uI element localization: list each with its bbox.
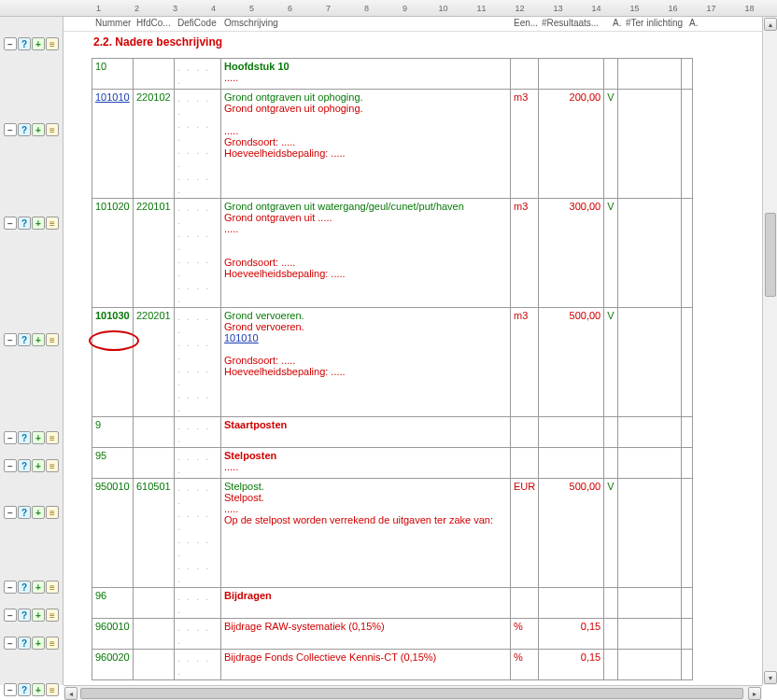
cell-hfdcode[interactable] xyxy=(134,59,175,90)
cell-resultaat[interactable] xyxy=(539,59,604,90)
cell-omschrijving[interactable]: Bijdrage Fonds Collectieve Kennis-CT (0,… xyxy=(221,650,511,680)
plus-icon[interactable] xyxy=(32,217,45,230)
cell-terinlichting[interactable] xyxy=(617,479,681,588)
cell-a2[interactable] xyxy=(681,588,692,619)
cell-nummer[interactable]: 960020 xyxy=(92,650,134,680)
cell-a2[interactable] xyxy=(681,308,692,417)
cell-nummer[interactable]: 950010 xyxy=(92,479,134,588)
cell-a2[interactable] xyxy=(681,199,692,308)
note-icon[interactable] xyxy=(46,581,59,594)
table-row[interactable]: 101020220101. . . . .. . . . .. . . . ..… xyxy=(92,199,693,308)
q-icon[interactable] xyxy=(18,609,31,622)
cell-resultaat[interactable] xyxy=(539,448,604,479)
plus-icon[interactable] xyxy=(32,683,45,696)
cell-resultaat[interactable]: 200,00 xyxy=(539,90,604,199)
cell-eenheid[interactable] xyxy=(511,59,539,90)
minus-icon[interactable] xyxy=(4,581,17,594)
cell-a1[interactable]: V xyxy=(604,90,617,199)
cell-omschrijving[interactable]: Bijdrage RAW-systematiek (0,15%) xyxy=(221,619,511,650)
cell-deficode[interactable]: . . . . . xyxy=(175,619,221,650)
cell-deficode[interactable]: . . . . .. . . . .. . . . .. . . . . xyxy=(175,90,221,199)
note-icon[interactable] xyxy=(46,637,59,650)
cell-resultaat[interactable]: 0,15 xyxy=(539,650,604,680)
cell-resultaat[interactable]: 0,15 xyxy=(539,619,604,650)
table-row[interactable]: 960010. . . . .Bijdrage RAW-systematiek … xyxy=(92,619,693,650)
cell-a2[interactable] xyxy=(681,479,692,588)
note-icon[interactable] xyxy=(46,506,59,519)
cell-terinlichting[interactable] xyxy=(617,448,681,479)
cell-nummer[interactable]: 101030 xyxy=(92,308,134,417)
minus-icon[interactable] xyxy=(4,683,17,696)
q-icon[interactable] xyxy=(18,217,31,230)
cell-nummer[interactable]: 101020 xyxy=(92,199,134,308)
minus-icon[interactable] xyxy=(4,609,17,622)
cell-a1[interactable] xyxy=(604,650,617,680)
cell-resultaat[interactable] xyxy=(539,417,604,448)
horizontal-scroll-thumb[interactable] xyxy=(80,688,743,699)
cell-eenheid[interactable]: % xyxy=(511,650,539,680)
cell-terinlichting[interactable] xyxy=(617,59,681,90)
cell-deficode[interactable]: . . . . . xyxy=(175,650,221,680)
note-icon[interactable] xyxy=(46,37,59,50)
plus-icon[interactable] xyxy=(32,581,45,594)
cell-terinlichting[interactable] xyxy=(617,90,681,199)
cell-deficode[interactable]: . . . . . xyxy=(175,448,221,479)
col-nummer[interactable]: Nummer xyxy=(93,17,134,31)
cell-hfdcode[interactable] xyxy=(134,448,175,479)
col-eenheid[interactable]: Een... xyxy=(512,17,540,31)
minus-icon[interactable] xyxy=(4,217,17,230)
minus-icon[interactable] xyxy=(4,506,17,519)
cell-eenheid[interactable] xyxy=(511,417,539,448)
cell-eenheid[interactable]: % xyxy=(511,619,539,650)
cell-omschrijving[interactable]: Bijdragen xyxy=(221,588,511,619)
q-icon[interactable] xyxy=(18,683,31,696)
cell-hfdcode[interactable]: 220101 xyxy=(134,199,175,308)
cell-a1[interactable] xyxy=(604,619,617,650)
cell-nummer[interactable]: 9 xyxy=(92,417,134,448)
cell-hfdcode[interactable] xyxy=(134,619,175,650)
cell-deficode[interactable]: . . . . . xyxy=(175,417,221,448)
cell-deficode[interactable]: . . . . .. . . . .. . . . .. . . . . xyxy=(175,199,221,308)
minus-icon[interactable] xyxy=(4,431,17,444)
cell-omschrijving[interactable]: Staartposten xyxy=(221,417,511,448)
cell-eenheid[interactable] xyxy=(511,588,539,619)
cell-resultaat[interactable]: 300,00 xyxy=(539,199,604,308)
cell-a2[interactable] xyxy=(681,619,692,650)
scroll-right-button[interactable]: ▸ xyxy=(748,687,761,700)
col-resultaat[interactable]: #Resultaats... xyxy=(540,17,611,31)
cell-a2[interactable] xyxy=(681,90,692,199)
q-icon[interactable] xyxy=(18,581,31,594)
table-row[interactable]: 9. . . . .Staartposten xyxy=(92,417,693,448)
scroll-left-button[interactable]: ◂ xyxy=(64,687,78,700)
cell-hfdcode[interactable]: 220201 xyxy=(134,308,175,417)
plus-icon[interactable] xyxy=(32,431,45,444)
cell-a1[interactable] xyxy=(604,417,617,448)
cell-resultaat[interactable] xyxy=(539,588,604,619)
cell-terinlichting[interactable] xyxy=(617,650,681,680)
cell-a1[interactable] xyxy=(604,59,617,90)
cell-deficode[interactable]: . . . . . xyxy=(175,59,221,90)
note-icon[interactable] xyxy=(46,683,59,696)
cell-a1[interactable]: V xyxy=(604,308,617,417)
cell-deficode[interactable]: . . . . . xyxy=(175,588,221,619)
cell-omschrijving[interactable]: Grond vervoeren.Grond vervoeren.101010 G… xyxy=(221,308,511,417)
cell-nummer[interactable]: 960010 xyxy=(92,619,134,650)
vertical-scrollbar[interactable]: ▴ ▾ xyxy=(762,17,777,685)
table-row[interactable]: 96. . . . .Bijdragen xyxy=(92,588,693,619)
plus-icon[interactable] xyxy=(32,123,45,136)
cell-hfdcode[interactable]: 220102 xyxy=(134,90,175,199)
note-icon[interactable] xyxy=(46,459,59,472)
cell-hfdcode[interactable]: 610501 xyxy=(134,479,175,588)
cell-a2[interactable] xyxy=(681,448,692,479)
q-icon[interactable] xyxy=(18,333,31,346)
col-terinlichting[interactable]: #Ter inlichting xyxy=(624,17,687,31)
cell-omschrijving[interactable]: Hoofdstuk 10..... xyxy=(221,59,511,90)
col-deficode[interactable]: DefiCode xyxy=(176,17,222,31)
cell-omschrijving[interactable]: Grond ontgraven uit watergang/geul/cunet… xyxy=(221,199,511,308)
cell-a1[interactable]: V xyxy=(604,199,617,308)
minus-icon[interactable] xyxy=(4,333,17,346)
minus-icon[interactable] xyxy=(4,37,17,50)
cell-eenheid[interactable]: m3 xyxy=(511,199,539,308)
cell-eenheid[interactable]: m3 xyxy=(511,90,539,199)
note-icon[interactable] xyxy=(46,609,59,622)
